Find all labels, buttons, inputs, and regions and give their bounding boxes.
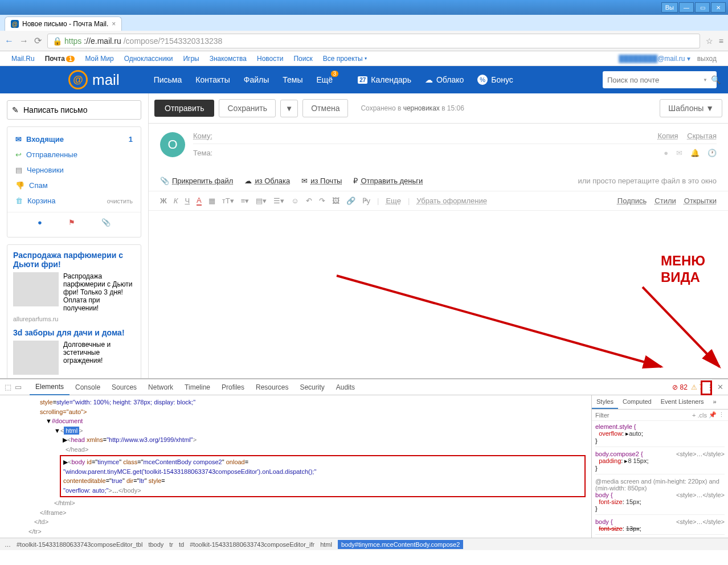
stab-computed[interactable]: Computed [618,395,656,409]
priority-icon[interactable]: ● [664,149,668,157]
send-money[interactable]: ₽Отправить деньги [353,177,423,185]
reload-button[interactable]: ⟳ [34,35,42,46]
minimize-button[interactable]: — [679,2,694,13]
nav-news[interactable]: Новости [257,55,283,63]
logo[interactable]: @ mail [68,70,120,89]
nav-files[interactable]: Файлы [244,75,269,84]
ad-title-1[interactable]: Распродажа парфюмерии с Дьюти фри! [13,251,135,269]
receipt-icon[interactable]: ✉ [676,149,682,157]
remind-icon[interactable]: 🔔 [690,149,700,157]
css-rules[interactable]: element.style { overflow: ▸auto;} body.c… [592,421,728,538]
star-icon[interactable]: ☆ [706,36,713,46]
indent-icon[interactable]: ▤▾ [256,196,267,205]
ad-site-1[interactable]: allureparfums.ru [13,316,135,322]
save-button[interactable]: Сохранить [219,99,276,117]
breadcrumb-selected[interactable]: body#tinymce.mceContentBody.compose2 [338,540,463,549]
add-rule-icon[interactable]: + [692,412,696,419]
list-icon[interactable]: ☰▾ [273,196,284,205]
ad-image-1[interactable] [13,272,59,306]
nav-search[interactable]: Поиск [293,55,312,63]
save-dropdown[interactable]: ▼ [280,100,298,117]
tab-resources[interactable]: Resources [250,380,294,395]
error-count[interactable]: ⊘ 82 [672,383,688,391]
cls-toggle[interactable]: .cls [697,412,707,419]
nav-bonus[interactable]: %Бонус [477,75,513,85]
ad-title-2[interactable]: 3d заборы для дачи и дома! [13,328,135,337]
link-icon[interactable]: 🔗 [346,196,355,205]
tab-network[interactable]: Network [142,380,179,395]
attach-file[interactable]: 📎Прикрепить файл [160,177,233,185]
tab-close-icon[interactable]: × [112,20,116,28]
folder-sent[interactable]: ↩Отправленные [7,147,141,162]
cc-link[interactable]: Копия [657,132,678,140]
nav-letters[interactable]: Письма [154,75,182,84]
breadcrumb[interactable]: … #toolkit-154331880633743composeEditor_… [0,538,728,550]
attachment-icon[interactable]: 📎 [101,218,111,227]
nav-themes[interactable]: Темы [283,75,302,84]
color-icon[interactable]: A [197,196,202,206]
you-button[interactable]: Вы [661,2,678,13]
schedule-icon[interactable]: 🕐 [707,149,717,157]
attach-cloud[interactable]: ☁из Облака [244,177,290,185]
drafts-link[interactable]: черновиках [403,104,440,112]
highlight-icon[interactable]: ▦ [208,196,215,205]
signature-link[interactable]: Подпись [617,196,647,205]
user-email[interactable]: ████████@mail.ru ▾ [619,55,690,63]
search-input[interactable] [607,76,703,84]
image-icon[interactable]: 🖼 [332,196,340,205]
logout-link[interactable]: выход [697,55,717,63]
close-button[interactable]: ✕ [711,2,726,13]
tab-security[interactable]: Security [294,380,330,395]
tab-audits[interactable]: Audits [330,380,361,395]
url-input[interactable]: 🔒 https ://e.mail.ru /compose/?154332031… [47,34,700,48]
elements-tree[interactable]: style=style="width: 100%; height: 378px;… [0,395,591,538]
nav-more[interactable]: Ещё3 [316,75,333,84]
search-box[interactable]: ▼ 🔍 [603,71,717,88]
bcc-link[interactable]: Скрытая [687,132,717,140]
folder-inbox[interactable]: ✉Входящие1 [7,132,141,147]
folder-trash[interactable]: 🗑Корзинаочистить [7,193,141,208]
align-icon[interactable]: ≡▾ [241,196,250,205]
forward-button[interactable]: → [19,36,28,46]
compose-button[interactable]: ✎ Написать письмо [7,100,141,120]
device-icon[interactable]: ▭ [15,383,22,391]
nav-games[interactable]: Игры [183,55,199,63]
tab-profiles[interactable]: Profiles [216,380,250,395]
translit-icon[interactable]: Ҏу [362,196,371,205]
redo-icon[interactable]: ↷ [319,196,325,205]
inspect-icon[interactable]: ⬚ [5,383,11,391]
tab-console[interactable]: Console [69,380,106,395]
tab-elements[interactable]: Elements [30,379,69,395]
bold-icon[interactable]: Ж [160,196,167,205]
pin-icon[interactable]: 📌 [709,411,717,419]
tab-sources[interactable]: Sources [106,380,142,395]
trash-clear[interactable]: очистить [107,198,133,204]
underline-icon[interactable]: Ч [185,196,190,205]
tab-timeline[interactable]: Timeline [179,380,216,395]
clear-format[interactable]: Убрать оформление [416,196,487,205]
maximize-button[interactable]: ▭ [695,2,710,13]
send-button[interactable]: Отправить [154,100,214,117]
fontsize-icon[interactable]: тТ▾ [222,196,234,205]
styles-link[interactable]: Стили [655,196,676,205]
nav-mailru[interactable]: Mail.Ru [11,55,35,63]
nav-calendar[interactable]: 27Календарь [358,75,411,84]
ad-image-2[interactable] [13,341,59,375]
folder-spam[interactable]: 👎Спам [7,178,141,193]
styles-filter[interactable] [595,412,692,419]
stab-styles[interactable]: Styles [592,395,618,409]
undo-icon[interactable]: ↶ [306,196,312,205]
folder-drafts[interactable]: ▤Черновики [7,162,141,178]
emoji-icon[interactable]: ☺ [291,196,298,205]
to-label[interactable]: Кому: [193,132,212,140]
attach-mail[interactable]: ✉из Почты [301,177,342,185]
cancel-button[interactable]: Отмена [302,99,348,117]
hov-icon[interactable]: ⋮ [718,411,725,419]
nav-projects[interactable]: Все проекты [323,55,367,63]
devtools-close-icon[interactable]: ✕ [717,383,723,391]
nav-mail[interactable]: Почта1 [45,55,75,63]
search-dropdown-icon[interactable]: ▼ [703,77,707,83]
more-format[interactable]: Еще [386,196,400,205]
nav-ok[interactable]: Одноклассники [124,55,173,63]
stab-listeners[interactable]: Event Listeners [656,395,709,409]
